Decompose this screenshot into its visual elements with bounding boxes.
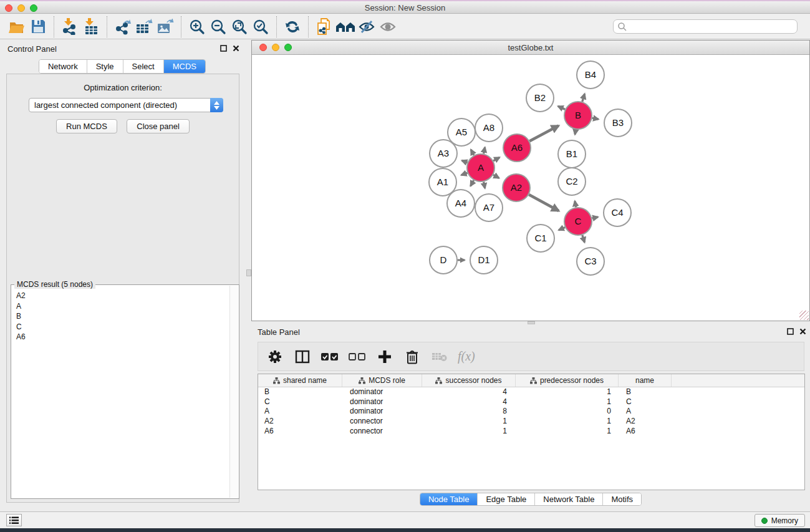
graph-edge[interactable] (592, 217, 597, 218)
cytoscape-app: { "window": { "title": "Session: New Ses… (0, 0, 810, 532)
control-panel-tabbar: Network Style Select MCDS (39, 59, 206, 74)
graph-node-label: B2 (534, 92, 546, 103)
import-table-button[interactable] (80, 17, 102, 37)
search-field[interactable] (613, 19, 798, 34)
graph-edge[interactable] (529, 195, 559, 211)
window-resize-grip[interactable] (799, 311, 809, 320)
graph-edge[interactable] (471, 150, 474, 155)
delete-column-button[interactable] (403, 347, 422, 366)
graph-edge[interactable] (484, 147, 485, 153)
float-panel-icon[interactable] (220, 45, 227, 52)
graph-edge[interactable] (582, 235, 585, 243)
column-header-mcds-role[interactable]: MCDS role (342, 374, 422, 387)
column-type-icon (273, 377, 280, 384)
graph-edge[interactable] (461, 173, 468, 175)
node-table: shared name MCDS role successor nodes pr… (258, 374, 805, 490)
zoom-selected-button[interactable] (250, 17, 271, 37)
close-panel-button[interactable]: Close panel (127, 119, 190, 133)
graph-node-label: A1 (437, 177, 448, 187)
graph-edge[interactable] (558, 106, 565, 109)
mcds-tab-content: Optimization criterion: largest connecte… (6, 74, 239, 503)
open-session-button[interactable] (6, 17, 27, 37)
vertical-splitter-handle[interactable] (246, 269, 251, 276)
toolbar-separator (276, 16, 277, 37)
tab-edge-table[interactable]: Edge Table (477, 493, 534, 505)
table-row[interactable]: A6connector11A6 (258, 427, 804, 437)
zoom-in-button[interactable] (186, 17, 208, 37)
tab-network[interactable]: Network (39, 60, 87, 73)
graph-edge[interactable] (484, 182, 485, 188)
tab-mcds[interactable]: MCDS (163, 60, 205, 73)
mcds-result-item[interactable]: C (14, 322, 228, 332)
run-mcds-button[interactable]: Run MCDS (56, 119, 117, 133)
mcds-result-item[interactable]: A2 (14, 291, 228, 301)
column-header-name[interactable]: name (619, 374, 672, 387)
list-icon (9, 516, 19, 525)
export-image-button[interactable] (155, 17, 176, 37)
tab-network-table[interactable]: Network Table (534, 493, 602, 505)
graph-edge[interactable] (559, 227, 565, 230)
tab-select[interactable]: Select (123, 60, 163, 73)
table-row[interactable]: Adominator80A (258, 407, 804, 417)
table-row[interactable]: Bdominator41B (258, 387, 804, 397)
column-header-predecessor-nodes[interactable]: predecessor nodes (516, 374, 619, 387)
tab-style[interactable]: Style (87, 60, 123, 73)
graph-node-label: A5 (456, 127, 467, 137)
graph-edge[interactable] (529, 126, 558, 142)
first-neighbors-button[interactable] (335, 17, 356, 37)
close-table-panel-icon[interactable] (799, 328, 806, 335)
checked-boxes-icon (321, 352, 339, 361)
duplicate-network-button[interactable] (314, 17, 335, 37)
mcds-result-scrollbar[interactable] (229, 286, 238, 498)
table-row[interactable]: Cdominator41C (258, 397, 804, 407)
dropdown-stepper-icon (210, 98, 223, 112)
graph-edge[interactable] (592, 118, 599, 119)
search-input[interactable] (627, 22, 797, 31)
graph-edge[interactable] (575, 201, 576, 207)
graph-edge[interactable] (471, 180, 474, 186)
export-network-button[interactable] (112, 17, 133, 37)
graph-node-label: A6 (511, 142, 523, 153)
column-header-successor-nodes[interactable]: successor nodes (422, 374, 516, 387)
close-panel-icon[interactable] (233, 45, 239, 52)
mcds-result-item[interactable]: B (14, 311, 228, 322)
table-settings-button[interactable] (266, 347, 284, 366)
select-all-rows-button[interactable] (321, 347, 339, 366)
mcds-result-item[interactable]: A6 (14, 332, 228, 342)
graph-edge[interactable] (575, 130, 576, 135)
network-canvas[interactable]: B4B2BB3A5A8A6A3B1AA1C2A2A4A7C4CC1DD1C3 (252, 55, 809, 321)
column-header-shared-name[interactable]: shared name (258, 374, 342, 387)
show-column-panel-button[interactable] (293, 347, 312, 366)
toolbar-separator (107, 16, 107, 37)
show-log-button[interactable] (6, 514, 22, 526)
memory-label: Memory (771, 516, 798, 525)
float-table-panel-icon[interactable] (787, 328, 794, 335)
add-column-button[interactable] (375, 347, 394, 366)
export-table-button[interactable] (133, 17, 155, 37)
open-folder-icon (9, 19, 26, 34)
save-session-button[interactable] (27, 17, 49, 37)
graph-edge[interactable] (462, 160, 468, 162)
zoom-fit-button[interactable] (229, 17, 250, 37)
deselect-all-rows-button[interactable] (348, 347, 367, 366)
import-network-button[interactable] (59, 17, 80, 37)
zoom-out-button[interactable] (208, 17, 229, 37)
graph-edge[interactable] (582, 94, 585, 102)
table-row[interactable]: A2connector11A2 (258, 417, 804, 427)
criterion-dropdown[interactable]: largest connected component (directed) (29, 98, 223, 112)
show-all-button[interactable] (377, 17, 398, 37)
houses-icon (335, 19, 355, 34)
clear-table-button[interactable] (430, 347, 449, 366)
graph-edge[interactable] (493, 175, 499, 178)
mcds-result-item[interactable]: A (14, 301, 228, 312)
tab-node-table[interactable]: Node Table (420, 493, 478, 505)
graph-node-label: C4 (611, 207, 623, 218)
apply-layout-button[interactable] (282, 17, 303, 37)
tab-motifs[interactable]: Motifs (602, 493, 641, 505)
hide-selected-button[interactable] (356, 17, 377, 37)
plus-icon (378, 350, 392, 364)
duplicate-network-icon (316, 18, 332, 36)
graph-edge[interactable] (493, 157, 499, 160)
memory-button[interactable]: Memory (755, 514, 805, 527)
apply-function-button[interactable]: f(x) (458, 347, 475, 366)
